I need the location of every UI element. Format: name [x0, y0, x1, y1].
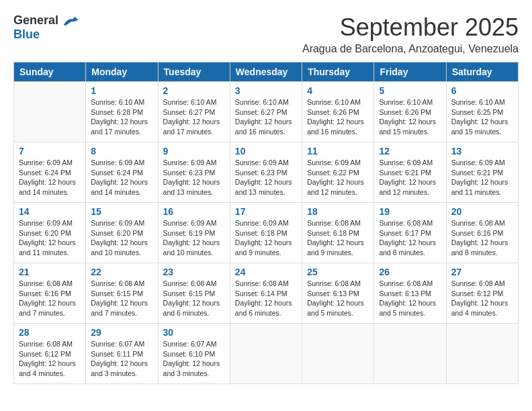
day-number: 29	[91, 327, 152, 338]
calendar-week-row-5: 28Sunrise: 6:08 AMSunset: 6:12 PMDayligh…	[14, 324, 519, 384]
day-info: Sunrise: 6:08 AMSunset: 6:13 PMDaylight:…	[379, 279, 441, 318]
day-number: 6	[451, 85, 513, 96]
calendar-cell: 20Sunrise: 6:08 AMSunset: 6:16 PMDayligh…	[446, 203, 518, 263]
day-info: Sunrise: 6:08 AMSunset: 6:12 PMDaylight:…	[19, 339, 81, 379]
day-number: 11	[307, 146, 369, 156]
day-info: Sunrise: 6:10 AMSunset: 6:26 PMDaylight:…	[379, 97, 441, 137]
logo-bird-icon	[61, 14, 81, 28]
day-number: 10	[235, 146, 297, 156]
day-info: Sunrise: 6:09 AMSunset: 6:19 PMDaylight:…	[163, 218, 225, 258]
calendar-cell	[14, 82, 86, 142]
day-number: 27	[451, 267, 513, 277]
calendar-header-friday: Friday	[374, 62, 446, 82]
location-subtitle: Aragua de Barcelona, Anzoategui, Venezue…	[81, 43, 519, 55]
day-info: Sunrise: 6:10 AMSunset: 6:28 PMDaylight:…	[91, 97, 152, 137]
calendar-header-monday: Monday	[86, 62, 158, 82]
calendar-header-row: SundayMondayTuesdayWednesdayThursdayFrid…	[14, 62, 519, 82]
calendar-header-sunday: Sunday	[14, 62, 86, 82]
calendar-cell	[230, 324, 302, 384]
day-number: 22	[91, 267, 152, 277]
calendar-cell: 1Sunrise: 6:10 AMSunset: 6:28 PMDaylight…	[86, 82, 158, 142]
day-number: 21	[19, 267, 81, 277]
calendar-cell: 19Sunrise: 6:08 AMSunset: 6:17 PMDayligh…	[374, 203, 446, 263]
day-info: Sunrise: 6:09 AMSunset: 6:23 PMDaylight:…	[163, 158, 225, 197]
calendar-cell: 3Sunrise: 6:10 AMSunset: 6:27 PMDaylight…	[230, 82, 302, 142]
day-number: 24	[235, 267, 297, 277]
day-number: 19	[379, 206, 441, 217]
calendar-cell: 5Sunrise: 6:10 AMSunset: 6:26 PMDaylight…	[374, 82, 446, 142]
calendar-week-row-2: 7Sunrise: 6:09 AMSunset: 6:24 PMDaylight…	[14, 142, 519, 203]
logo: General Blue	[13, 13, 81, 42]
day-info: Sunrise: 6:09 AMSunset: 6:22 PMDaylight:…	[307, 158, 369, 197]
calendar-cell: 7Sunrise: 6:09 AMSunset: 6:24 PMDaylight…	[14, 142, 86, 203]
day-info: Sunrise: 6:09 AMSunset: 6:18 PMDaylight:…	[235, 218, 297, 258]
day-number: 20	[451, 206, 513, 217]
calendar-header-wednesday: Wednesday	[230, 62, 302, 82]
calendar-cell	[302, 324, 374, 384]
day-number: 23	[163, 267, 225, 277]
day-info: Sunrise: 6:09 AMSunset: 6:20 PMDaylight:…	[19, 218, 81, 258]
day-info: Sunrise: 6:09 AMSunset: 6:24 PMDaylight:…	[91, 158, 152, 197]
day-info: Sunrise: 6:09 AMSunset: 6:21 PMDaylight:…	[451, 158, 513, 197]
calendar-cell: 27Sunrise: 6:08 AMSunset: 6:12 PMDayligh…	[446, 263, 518, 324]
day-number: 9	[163, 146, 225, 156]
calendar-cell: 2Sunrise: 6:10 AMSunset: 6:27 PMDaylight…	[158, 82, 230, 142]
calendar-cell: 11Sunrise: 6:09 AMSunset: 6:22 PMDayligh…	[302, 142, 374, 203]
calendar-cell: 8Sunrise: 6:09 AMSunset: 6:24 PMDaylight…	[86, 142, 158, 203]
day-info: Sunrise: 6:10 AMSunset: 6:26 PMDaylight:…	[307, 97, 369, 137]
day-number: 1	[91, 85, 152, 96]
calendar-header-thursday: Thursday	[302, 62, 374, 82]
day-info: Sunrise: 6:09 AMSunset: 6:24 PMDaylight:…	[19, 158, 81, 197]
calendar-week-row-1: 1Sunrise: 6:10 AMSunset: 6:28 PMDaylight…	[14, 82, 519, 142]
day-number: 30	[163, 327, 225, 338]
logo-blue-text: Blue	[13, 28, 40, 42]
day-number: 25	[307, 267, 369, 277]
calendar-cell: 6Sunrise: 6:10 AMSunset: 6:25 PMDaylight…	[446, 82, 518, 142]
day-info: Sunrise: 6:09 AMSunset: 6:21 PMDaylight:…	[379, 158, 441, 197]
day-info: Sunrise: 6:08 AMSunset: 6:13 PMDaylight:…	[307, 279, 369, 318]
calendar-cell: 18Sunrise: 6:08 AMSunset: 6:18 PMDayligh…	[302, 203, 374, 263]
day-info: Sunrise: 6:08 AMSunset: 6:18 PMDaylight:…	[307, 218, 369, 258]
day-info: Sunrise: 6:07 AMSunset: 6:10 PMDaylight:…	[163, 339, 225, 379]
calendar-cell: 24Sunrise: 6:08 AMSunset: 6:14 PMDayligh…	[230, 263, 302, 324]
calendar-cell: 10Sunrise: 6:09 AMSunset: 6:23 PMDayligh…	[230, 142, 302, 203]
day-number: 26	[379, 267, 441, 277]
calendar-cell: 9Sunrise: 6:09 AMSunset: 6:23 PMDaylight…	[158, 142, 230, 203]
calendar-cell: 23Sunrise: 6:08 AMSunset: 6:15 PMDayligh…	[158, 263, 230, 324]
day-number: 2	[163, 85, 225, 96]
calendar-cell: 15Sunrise: 6:09 AMSunset: 6:20 PMDayligh…	[86, 203, 158, 263]
day-number: 17	[235, 206, 297, 217]
day-number: 3	[235, 85, 297, 96]
day-info: Sunrise: 6:08 AMSunset: 6:14 PMDaylight:…	[235, 279, 297, 318]
calendar-cell: 21Sunrise: 6:08 AMSunset: 6:16 PMDayligh…	[14, 263, 86, 324]
calendar-cell	[374, 324, 446, 384]
day-number: 5	[379, 85, 441, 96]
calendar-cell: 30Sunrise: 6:07 AMSunset: 6:10 PMDayligh…	[158, 324, 230, 384]
day-info: Sunrise: 6:08 AMSunset: 6:16 PMDaylight:…	[451, 218, 513, 258]
day-info: Sunrise: 6:09 AMSunset: 6:23 PMDaylight:…	[235, 158, 297, 197]
day-number: 18	[307, 206, 369, 217]
calendar-cell: 28Sunrise: 6:08 AMSunset: 6:12 PMDayligh…	[14, 324, 86, 384]
calendar-cell: 4Sunrise: 6:10 AMSunset: 6:26 PMDaylight…	[302, 82, 374, 142]
month-title: September 2025	[81, 13, 519, 42]
day-number: 15	[91, 206, 152, 217]
calendar-cell: 13Sunrise: 6:09 AMSunset: 6:21 PMDayligh…	[446, 142, 518, 203]
day-number: 13	[451, 146, 513, 156]
day-number: 12	[379, 146, 441, 156]
day-number: 7	[19, 146, 81, 156]
day-info: Sunrise: 6:08 AMSunset: 6:12 PMDaylight:…	[451, 279, 513, 318]
day-info: Sunrise: 6:08 AMSunset: 6:17 PMDaylight:…	[379, 218, 441, 258]
day-info: Sunrise: 6:10 AMSunset: 6:27 PMDaylight:…	[235, 97, 297, 137]
day-number: 28	[19, 327, 81, 338]
day-number: 8	[91, 146, 152, 156]
calendar-cell: 12Sunrise: 6:09 AMSunset: 6:21 PMDayligh…	[374, 142, 446, 203]
calendar-cell: 17Sunrise: 6:09 AMSunset: 6:18 PMDayligh…	[230, 203, 302, 263]
calendar-header-saturday: Saturday	[446, 62, 518, 82]
calendar-cell: 26Sunrise: 6:08 AMSunset: 6:13 PMDayligh…	[374, 263, 446, 324]
calendar-cell: 14Sunrise: 6:09 AMSunset: 6:20 PMDayligh…	[14, 203, 86, 263]
calendar-week-row-4: 21Sunrise: 6:08 AMSunset: 6:16 PMDayligh…	[14, 263, 519, 324]
calendar-header-tuesday: Tuesday	[158, 62, 230, 82]
calendar-cell: 16Sunrise: 6:09 AMSunset: 6:19 PMDayligh…	[158, 203, 230, 263]
title-section: September 2025 Aragua de Barcelona, Anzo…	[81, 13, 519, 55]
calendar-cell: 22Sunrise: 6:08 AMSunset: 6:15 PMDayligh…	[86, 263, 158, 324]
